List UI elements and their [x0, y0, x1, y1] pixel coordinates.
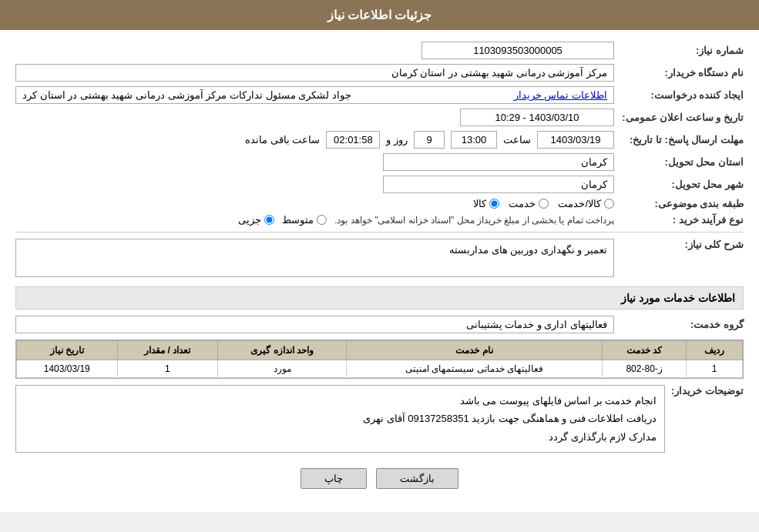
- purchase-desc: پرداخت تمام یا بخشی از مبلغ خریداز محل "…: [334, 215, 614, 226]
- buyer-name-value: مرکز آموزشی درمانی شهید بهشتی در استان ک…: [15, 64, 614, 82]
- subject-kala-radio[interactable]: [489, 199, 499, 209]
- buyer-desc-line: انجام خدمت بر اساس فایلهای پیوست می باشد: [24, 392, 657, 410]
- subject-kala-khedmat-radio[interactable]: [604, 199, 614, 209]
- page-title: جزئیات اطلاعات نیاز: [327, 8, 432, 22]
- province-label: استان محل تحویل:: [620, 156, 744, 168]
- creator-label: ایجاد کننده درخواست:: [620, 89, 744, 101]
- main-content: شماره نیاز: 1103093503000005 نام دستگاه …: [0, 30, 759, 512]
- subject-label: طبقه بندی موضوعی:: [620, 198, 744, 209]
- purchase-motavasset-item: متوسط: [282, 214, 327, 226]
- buyer-desc-row: توضیحات خریدار: انجام خدمت بر اساس فایله…: [15, 385, 744, 453]
- service-group-value: فعالیتهای اداری و خدمات پشتیبانی: [15, 316, 614, 333]
- cell-unit: مورد: [217, 360, 346, 378]
- table-header-row: ردیف کد خدمت نام خدمت واحد اندازه گیری ت…: [17, 341, 743, 360]
- services-table: ردیف کد خدمت نام خدمت واحد اندازه گیری ت…: [16, 340, 743, 378]
- purchase-motavasset-radio[interactable]: [317, 215, 327, 225]
- need-number-value: 1103093503000005: [421, 42, 614, 59]
- col-quantity: تعداد / مقدار: [117, 341, 217, 360]
- back-button[interactable]: بازگشت: [376, 468, 458, 489]
- subject-radio-group: کالا/خدمت خدمت کالا: [473, 198, 614, 209]
- service-group-label: گروه خدمت:: [620, 319, 744, 330]
- announce-date-value: 1403/03/10 - 10:29: [460, 109, 614, 126]
- announce-date-label: تاریخ و ساعت اعلان عمومی:: [620, 112, 744, 123]
- col-row-num: ردیف: [687, 341, 743, 360]
- response-date: 1403/03/19: [537, 131, 614, 149]
- announce-date-row: تاریخ و ساعت اعلان عمومی: 1403/03/10 - 1…: [15, 109, 744, 126]
- response-days-label: روز و: [386, 134, 408, 146]
- response-deadline-row: مهلت ارسال پاسخ: تا تاریخ: 1403/03/19 سا…: [15, 131, 744, 149]
- buyer-desc-value: انجام خدمت بر اساس فایلهای پیوست می باشد…: [15, 385, 665, 453]
- cell-service-name: فعالیتهای خدماتی سیستمهای امنیتی: [347, 360, 603, 378]
- col-unit: واحد اندازه گیری: [217, 341, 346, 360]
- page-container: جزئیات اطلاعات نیاز شماره نیاز: 11030935…: [0, 0, 759, 512]
- province-value: کرمان: [383, 153, 614, 171]
- purchase-type-options: پرداخت تمام یا بخشی از مبلغ خریداز محل "…: [238, 214, 614, 226]
- creator-value-area: اطلاعات تماس خریدار جواد لشکری مسئول تدا…: [15, 86, 614, 104]
- subject-kala-khedmat-item: کالا/خدمت: [558, 198, 614, 209]
- print-button[interactable]: چاپ: [301, 468, 367, 489]
- need-description-label: شرح کلی نیاز:: [620, 239, 744, 250]
- divider-1: [15, 232, 744, 233]
- response-remaining: 02:01:58: [326, 131, 380, 149]
- buyer-desc-label: توضیحات خریدار:: [671, 385, 744, 396]
- purchase-jozvi-label: جزیی: [238, 214, 261, 226]
- response-time-label: ساعت: [503, 134, 531, 146]
- city-row: شهر محل تحویل: کرمان: [15, 176, 744, 193]
- services-table-container: ردیف کد خدمت نام خدمت واحد اندازه گیری ت…: [15, 340, 744, 379]
- purchase-jozvi-radio[interactable]: [264, 215, 274, 225]
- subject-khedmat-item: خدمت: [509, 198, 549, 209]
- creator-text: جواد لشکری مسئول تدارکات مرکز آموزشی درم…: [22, 89, 351, 101]
- response-remaining-label: ساعت باقی مانده: [245, 134, 320, 146]
- buyer-name-label: نام دستگاه خریدار:: [620, 67, 744, 79]
- response-time: 13:00: [451, 131, 497, 149]
- province-row: استان محل تحویل: کرمان: [15, 153, 744, 171]
- services-section-title: اطلاعات خدمات مورد نیاز: [15, 286, 744, 309]
- buyer-desc-line: دریافت اطلاعات فنی و هماهنگی جهت بازدید …: [24, 410, 657, 427]
- service-group-row: گروه خدمت: فعالیتهای اداری و خدمات پشتیب…: [15, 316, 744, 333]
- buyer-desc-line: مدارک لازم بارگذاری گردد: [24, 428, 657, 446]
- button-row: بازگشت چاپ: [15, 468, 744, 489]
- subject-row: طبقه بندی موضوعی: کالا/خدمت خدمت کالا: [15, 198, 744, 209]
- subject-kala-label: کالا: [473, 198, 486, 209]
- contact-link[interactable]: اطلاعات تماس خریدار: [514, 89, 607, 101]
- cell-row-num: 1: [687, 360, 743, 378]
- need-description-value: تعمیر و نگهداری دوربین های مداربسته: [15, 239, 614, 277]
- cell-service-code: ز-80-802: [603, 360, 687, 378]
- city-label: شهر محل تحویل:: [620, 179, 744, 190]
- col-service-code: کد خدمت: [603, 341, 687, 360]
- purchase-motavasset-label: متوسط: [282, 214, 314, 226]
- table-row: 1 ز-80-802 فعالیتهای خدماتی سیستمهای امن…: [17, 360, 743, 378]
- cell-need-date: 1403/03/19: [17, 360, 118, 378]
- purchase-type-row: نوع فرآیند خرید : پرداخت تمام یا بخشی از…: [15, 214, 744, 226]
- purchase-jozvi-item: جزیی: [238, 214, 274, 226]
- need-number-row: شماره نیاز: 1103093503000005: [15, 42, 744, 59]
- buyer-name-row: نام دستگاه خریدار: مرکز آموزشی درمانی شه…: [15, 64, 744, 82]
- subject-khedmat-radio[interactable]: [539, 199, 549, 209]
- page-header: جزئیات اطلاعات نیاز: [0, 0, 759, 30]
- subject-khedmat-label: خدمت: [509, 198, 536, 209]
- response-deadline-label: مهلت ارسال پاسخ: تا تاریخ:: [620, 134, 744, 146]
- cell-quantity: 1: [117, 360, 217, 378]
- need-number-label: شماره نیاز:: [620, 45, 744, 56]
- col-need-date: تاریخ نیاز: [17, 341, 118, 360]
- col-service-name: نام خدمت: [347, 341, 603, 360]
- response-days: 9: [414, 131, 445, 149]
- city-value: کرمان: [383, 176, 614, 193]
- subject-kala-khedmat-label: کالا/خدمت: [558, 198, 601, 209]
- purchase-type-label: نوع فرآیند خرید :: [620, 214, 744, 226]
- creator-row: ایجاد کننده درخواست: اطلاعات تماس خریدار…: [15, 86, 744, 104]
- subject-kala-item: کالا: [473, 198, 499, 209]
- need-description-row: شرح کلی نیاز: تعمیر و نگهداری دوربین های…: [15, 239, 744, 277]
